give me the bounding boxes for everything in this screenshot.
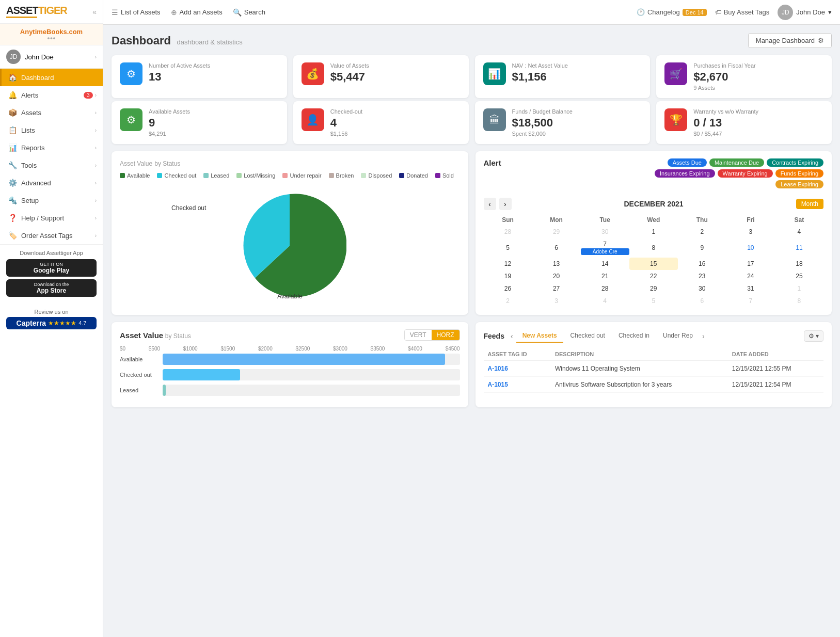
cal-day[interactable]: 23 xyxy=(678,270,726,282)
stat-label-warranty: Warranty vs w/o Warranty xyxy=(693,108,823,115)
cal-day[interactable]: 17 xyxy=(726,258,775,270)
cal-day[interactable]: 8 xyxy=(629,238,678,258)
cal-day[interactable]: 16 xyxy=(678,258,726,270)
sidebar-item-reports[interactable]: 📊 Reports › xyxy=(0,139,103,156)
bar-chart-header: Asset Value by Status VERT HORZ xyxy=(120,329,460,341)
cal-day[interactable]: 1 xyxy=(775,282,823,295)
cal-day[interactable]: 4 xyxy=(581,295,629,307)
cal-day[interactable]: 6 xyxy=(678,295,726,307)
cal-day[interactable]: 27 xyxy=(532,282,581,295)
cal-day[interactable]: 6 xyxy=(532,238,581,258)
feeds-prev-btn[interactable]: ‹ xyxy=(509,332,515,340)
tag-funds[interactable]: Funds Expiring xyxy=(775,169,823,178)
cal-day[interactable]: 4 xyxy=(775,226,823,238)
cal-day[interactable]: 2 xyxy=(678,226,726,238)
content: Dashboard dashboard & statistics Manage … xyxy=(103,25,840,637)
cal-month-view-btn[interactable]: Month xyxy=(796,199,823,209)
cal-day[interactable]: 14 xyxy=(581,258,629,270)
alert-title: Alert xyxy=(484,158,501,167)
changelog-btn[interactable]: 🕐 Changelog Dec 14 xyxy=(637,8,707,16)
stat-icon-value: 💰 xyxy=(302,62,324,85)
cal-day[interactable]: 8 xyxy=(775,295,823,307)
cal-next-btn[interactable]: › xyxy=(499,198,512,210)
bar-chart-subtitle: by Status xyxy=(165,332,191,340)
sidebar-item-tools[interactable]: 🔧 Tools › xyxy=(0,156,103,174)
cal-day[interactable]: 22 xyxy=(629,270,678,282)
capterra-badge[interactable]: Capterra ★★★★★ 4.7 xyxy=(6,317,97,329)
google-play-btn[interactable]: GET IT ON Google Play xyxy=(6,259,97,277)
cal-day[interactable]: 29 xyxy=(629,282,678,295)
feeds-header: Feeds ‹ New Assets Checked out Checked i… xyxy=(484,329,824,343)
sidebar-item-lists[interactable]: 📋 Lists › xyxy=(0,121,103,139)
user-menu[interactable]: JD John Doe ▾ xyxy=(778,5,832,20)
bar-chart-title: Asset Value xyxy=(120,331,163,340)
feeds-settings-btn[interactable]: ⚙ ▾ xyxy=(804,330,823,342)
cal-day[interactable]: 3 xyxy=(726,226,775,238)
cal-day[interactable]: 28 xyxy=(484,226,532,238)
buy-tags-label: Buy Asset Tags xyxy=(724,8,770,16)
sidebar-item-advanced[interactable]: ⚙️ Advanced › xyxy=(0,174,103,192)
tag-contracts[interactable]: Contracts Expiring xyxy=(767,158,823,167)
cal-week-2: 5 6 7Adobe Cre 8 9 10 11 xyxy=(484,238,824,258)
feeds-tab-checked-out[interactable]: Checked out xyxy=(564,329,611,343)
cal-day[interactable]: 25 xyxy=(775,270,823,282)
cal-day[interactable]: 3 xyxy=(532,295,581,307)
tools-arrow: › xyxy=(95,163,97,168)
buy-tags-btn[interactable]: 🏷 Buy Asset Tags xyxy=(715,8,770,16)
cal-day[interactable]: 24 xyxy=(726,270,775,282)
cal-day[interactable]: 12 xyxy=(484,258,532,270)
pie-chart-title: Asset Value by Status xyxy=(120,158,460,167)
tag-warranty[interactable]: Warranty Expiring xyxy=(718,169,773,178)
sidebar-item-assets[interactable]: 📦 Assets › xyxy=(0,104,103,121)
cal-day[interactable]: 13 xyxy=(532,258,581,270)
cal-day[interactable]: 19 xyxy=(484,270,532,282)
feeds-tab-checked-in[interactable]: Checked in xyxy=(612,329,656,343)
tag-maintenance[interactable]: Maintenance Due xyxy=(709,158,764,167)
list-assets-btn[interactable]: ☰ List of Assets xyxy=(112,8,161,17)
cal-day[interactable]: 9 xyxy=(678,238,726,258)
feeds-next-btn[interactable]: › xyxy=(700,332,707,340)
sidebar-item-setup[interactable]: 🔩 Setup › xyxy=(0,192,103,209)
tag-assets-due[interactable]: Assets Due xyxy=(668,158,707,167)
tag-insurances[interactable]: Insurances Expiring xyxy=(655,169,715,178)
cal-day[interactable]: 30 xyxy=(678,282,726,295)
feeds-tab-new-assets[interactable]: New Assets xyxy=(516,329,563,343)
sidebar-item-order[interactable]: 🏷️ Order Asset Tags › xyxy=(0,227,103,244)
cal-day[interactable]: 28 xyxy=(581,282,629,295)
add-asset-btn[interactable]: ⊕ Add an Assets xyxy=(171,8,223,17)
cal-day[interactable]: 21 xyxy=(581,270,629,282)
sidebar-item-help[interactable]: ❓ Help / Support › xyxy=(0,209,103,227)
cal-day[interactable]: 2 xyxy=(484,295,532,307)
sidebar-item-alerts[interactable]: 🔔 Alerts 3 › xyxy=(0,86,103,104)
bar-toggle-horz[interactable]: HORZ xyxy=(432,330,459,340)
cal-day[interactable]: 31 xyxy=(726,282,775,295)
sidebar-item-dashboard[interactable]: 🏠 Dashboard xyxy=(0,69,103,86)
feeds-tab-under-rep[interactable]: Under Rep xyxy=(657,329,699,343)
tag-lease[interactable]: Lease Expiring xyxy=(775,180,823,188)
cal-header-sat: Sat xyxy=(775,214,823,226)
cal-day[interactable]: 1 xyxy=(629,226,678,238)
cal-day[interactable]: 5 xyxy=(629,295,678,307)
search-btn[interactable]: 🔍 Search xyxy=(233,8,265,17)
collapse-sidebar-btn[interactable]: « xyxy=(92,8,97,16)
cal-day[interactable]: 29 xyxy=(532,226,581,238)
cal-day[interactable]: 18 xyxy=(775,258,823,270)
cal-day-today[interactable]: 15 xyxy=(629,258,678,270)
feeds-tag-2[interactable]: A-1015 xyxy=(484,377,551,393)
sidebar-user[interactable]: JD John Doe › xyxy=(0,45,103,69)
cal-day[interactable]: 26 xyxy=(484,282,532,295)
cal-day[interactable]: 20 xyxy=(532,270,581,282)
cal-day[interactable]: 5 xyxy=(484,238,532,258)
cal-day[interactable]: 7Adobe Cre xyxy=(581,238,629,258)
feeds-tag-1[interactable]: A-1016 xyxy=(484,361,551,377)
bar-toggle-vert[interactable]: VERT xyxy=(405,330,432,340)
cal-prev-btn[interactable]: ‹ xyxy=(484,198,496,210)
cal-day[interactable]: 30 xyxy=(581,226,629,238)
stat-cards-bottom: ⚙ Available Assets 9 $4,291 👤 Checked-ou… xyxy=(112,101,832,144)
capterra-name: Capterra xyxy=(17,319,46,327)
manage-dashboard-btn[interactable]: Manage Dashboard ⚙ xyxy=(748,33,832,48)
cal-day[interactable]: 7 xyxy=(726,295,775,307)
cal-day[interactable]: 10 xyxy=(726,238,775,258)
cal-day[interactable]: 11 xyxy=(775,238,823,258)
app-store-btn[interactable]: Download on the App Store xyxy=(6,279,97,297)
